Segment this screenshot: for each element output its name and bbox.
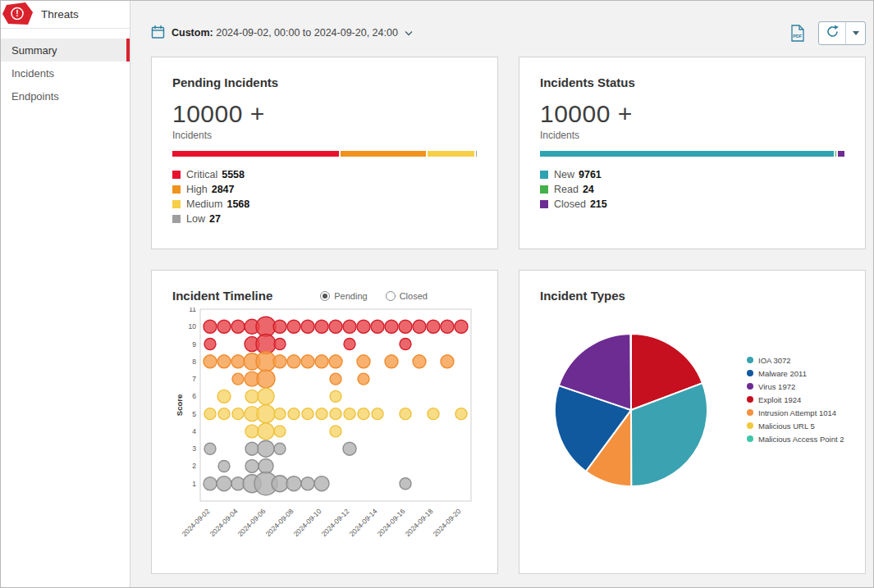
refresh-button[interactable] <box>819 22 845 44</box>
legend-value: 1568 <box>227 198 249 210</box>
legend-item: Malicious Access Point 2 <box>747 432 844 445</box>
svg-text:2024-09-04: 2024-09-04 <box>208 507 240 538</box>
date-range-label: Custom: <box>172 27 213 39</box>
svg-text:7: 7 <box>192 375 196 383</box>
low-swatch <box>172 215 181 223</box>
incident-types-card: Incident Types IOA 3072 Malware 2011 Vir… <box>519 270 866 574</box>
refresh-options-button[interactable] <box>845 22 865 44</box>
legend-label: Low <box>186 213 205 225</box>
svg-text:!: ! <box>16 8 19 18</box>
incident-timeline-card: Incident Timeline Pending Closed 1234567 <box>151 270 498 574</box>
bar-segment-read <box>835 151 836 157</box>
svg-text:2: 2 <box>192 462 196 470</box>
legend-label: Malicious URL 5 <box>758 422 815 431</box>
legend-label: Closed <box>554 198 586 210</box>
svg-text:3: 3 <box>192 444 196 453</box>
svg-text:8: 8 <box>192 358 196 366</box>
timeline-card-head: Incident Timeline Pending Closed <box>172 289 477 303</box>
pending-radio[interactable]: Pending <box>320 291 367 301</box>
svg-text:2024-09-20: 2024-09-20 <box>432 507 463 538</box>
svg-text:2024-09-08: 2024-09-08 <box>264 507 295 538</box>
card-title: Incidents Status <box>540 75 844 89</box>
chevron-down-icon <box>853 31 859 35</box>
incidents-status-stacked-bar <box>540 151 844 157</box>
bar-segment-high <box>341 151 426 157</box>
incidents-status-card: Incidents Status 10000 + Incidents New97… <box>519 57 866 249</box>
sidebar: ! Threats Summary Incidents Endpoints <box>1 1 130 587</box>
bar-segment-low <box>476 151 477 157</box>
date-range-filter[interactable]: Custom: 2024-09-02, 00:00 to 2024-09-20,… <box>151 25 413 42</box>
legend-item: Intrusion Attempt 1014 <box>747 406 844 419</box>
svg-text:10: 10 <box>189 322 197 330</box>
calendar-icon <box>151 25 165 42</box>
legend-item: High2847 <box>172 182 477 197</box>
legend-label: Exploit 1924 <box>758 395 801 404</box>
chevron-down-icon <box>405 27 413 39</box>
malware-swatch <box>747 370 753 376</box>
toolbar: Custom: 2024-09-02, 00:00 to 2024-09-20,… <box>151 1 866 57</box>
main-content: Custom: 2024-09-02, 00:00 to 2024-09-20,… <box>130 1 874 587</box>
legend-value: 24 <box>583 184 594 195</box>
closed-radio[interactable]: Closed <box>386 291 428 301</box>
card-title: Pending Incidents <box>172 75 477 89</box>
card-title: Incident Types <box>540 289 844 303</box>
legend-item: Virus 1972 <box>747 380 844 393</box>
refresh-split-button <box>818 21 866 45</box>
toolbar-actions: PDF <box>789 21 866 45</box>
pending-total-count: 10000 + <box>172 100 477 128</box>
svg-text:5: 5 <box>192 410 196 418</box>
closed-swatch <box>540 200 548 208</box>
legend-value: 9761 <box>579 169 602 180</box>
svg-text:2024-09-10: 2024-09-10 <box>292 507 323 538</box>
sidebar-item-label: Incidents <box>11 67 54 80</box>
svg-text:Score: Score <box>175 394 184 416</box>
sidebar-item-incidents[interactable]: Incidents <box>1 62 130 84</box>
status-total-count: 10000 + <box>540 100 844 128</box>
legend-label: Critical <box>186 169 217 180</box>
legend-item: Read24 <box>540 182 844 197</box>
incident-types-pie-chart: IOA 3072 Malware 2011 Virus 1972 Exploit… <box>540 330 844 493</box>
read-swatch <box>540 185 548 194</box>
legend-item: IOA 3072 <box>747 353 844 367</box>
bar-segment-critical <box>172 151 339 157</box>
new-swatch <box>540 171 548 179</box>
pending-incidents-stacked-bar <box>172 151 477 157</box>
sidebar-item-label: Endpoints <box>11 90 59 103</box>
legend-label: IOA 3072 <box>758 356 791 365</box>
svg-text:6: 6 <box>192 392 196 400</box>
export-pdf-button[interactable]: PDF <box>789 25 805 42</box>
svg-text:2024-09-18: 2024-09-18 <box>404 507 435 538</box>
legend-value: 27 <box>209 213 221 225</box>
date-range-text: Custom: 2024-09-02, 00:00 to 2024-09-20,… <box>172 27 398 39</box>
legend-label: Medium <box>186 198 222 210</box>
sidebar-item-endpoints[interactable]: Endpoints <box>1 84 130 107</box>
legend-item: New9761 <box>540 167 844 182</box>
legend-item: Malware 2011 <box>747 367 844 380</box>
sidebar-item-summary[interactable]: Summary <box>1 39 130 62</box>
bar-segment-medium <box>428 151 474 157</box>
radio-label: Pending <box>334 291 367 301</box>
svg-text:1: 1 <box>192 480 196 488</box>
critical-swatch <box>172 171 181 179</box>
legend-label: Malware 2011 <box>758 369 807 378</box>
svg-text:2024-09-14: 2024-09-14 <box>348 507 379 538</box>
sidebar-nav: Summary Incidents Endpoints <box>1 39 130 107</box>
legend-value: 2847 <box>212 184 235 195</box>
bar-segment-new <box>540 151 834 157</box>
cards-grid: Pending Incidents 10000 + Incidents Crit… <box>151 57 866 574</box>
sidebar-item-label: Summary <box>11 44 57 57</box>
legend-value: 5558 <box>222 169 245 180</box>
legend-label: Malicious Access Point 2 <box>758 435 844 444</box>
legend-label: Virus 1972 <box>758 382 795 391</box>
legend-item: Low27 <box>172 212 477 226</box>
timeline-filter-radio-group: Pending Closed <box>320 291 428 301</box>
legend-item: Critical5558 <box>172 167 477 182</box>
malicious-url-swatch <box>747 422 753 429</box>
svg-text:2024-09-02: 2024-09-02 <box>181 507 212 538</box>
legend-item: Malicious URL 5 <box>747 419 844 432</box>
status-total-unit: Incidents <box>540 130 844 141</box>
incident-timeline-bubble-chart: 1234567891011Score2024-09-022024-09-0420… <box>174 308 477 557</box>
pending-total-unit: Incidents <box>172 130 477 141</box>
legend-label: Read <box>554 184 579 195</box>
sidebar-title: Threats <box>41 8 79 21</box>
